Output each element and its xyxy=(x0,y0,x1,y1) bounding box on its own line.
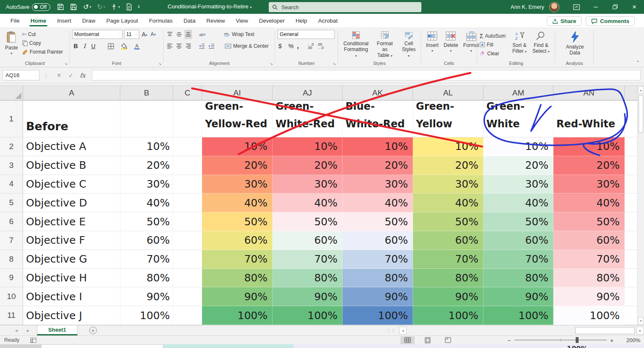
cell-blue_white_red-90%[interactable]: 90% xyxy=(343,287,413,306)
cell-empty-c[interactable] xyxy=(173,231,202,250)
cell-raw-value[interactable]: 80% xyxy=(120,269,173,288)
conditional-formatting-button[interactable]: ConditionalFormatting ▾ xyxy=(340,30,371,59)
number-format-select[interactable]: General▾ xyxy=(278,30,335,39)
scroll-right-button[interactable]: ▸ xyxy=(636,327,644,335)
cell-objective-label[interactable]: Objective G xyxy=(23,250,120,269)
accounting-format-button[interactable]: $ xyxy=(278,41,283,51)
macro-record-button[interactable] xyxy=(30,338,36,343)
cell-green_yellow_red-60%[interactable]: 60% xyxy=(202,231,273,250)
column-header-C[interactable]: C xyxy=(173,86,202,101)
row-number-8[interactable]: 8 xyxy=(0,250,23,269)
tab-page-layout[interactable]: Page Layout xyxy=(101,15,144,27)
cell-green_white-30%[interactable]: 30% xyxy=(483,175,553,194)
column-header-A[interactable]: A xyxy=(23,86,120,101)
cell-green_yellow-20%[interactable]: 20% xyxy=(413,156,483,175)
restore-button[interactable] xyxy=(605,0,625,14)
cell-blue_white_red-100%[interactable]: 100% xyxy=(343,306,413,325)
top-align-button[interactable] xyxy=(166,30,174,39)
scale-header-green_yellow_red[interactable]: Green-Yellow-Red xyxy=(202,101,273,137)
save-button[interactable] xyxy=(70,3,77,10)
cell-empty-c[interactable] xyxy=(173,306,202,325)
cell-before-title[interactable]: Before xyxy=(23,101,120,137)
close-button[interactable]: × xyxy=(625,0,644,14)
cell-green_white-80%[interactable]: 80% xyxy=(483,269,553,288)
cell-objective-label[interactable]: Objective B xyxy=(23,156,120,175)
autosave-toggle[interactable]: AutoSave Off xyxy=(6,3,50,11)
clear-button[interactable]: Clear▾ xyxy=(480,49,509,57)
increase-font-button[interactable]: A▴ xyxy=(141,30,148,39)
zoom-out-button[interactable]: − xyxy=(507,337,511,344)
cell-objective-label[interactable]: Objective J xyxy=(23,306,120,325)
tab-draw[interactable]: Draw xyxy=(77,15,101,27)
column-header-AM[interactable]: AM xyxy=(483,86,553,101)
cell-red_white-40%[interactable]: 40% xyxy=(553,193,625,212)
insert-function-button[interactable]: fx xyxy=(77,72,88,79)
underline-button[interactable]: U xyxy=(90,43,97,49)
row-number-4[interactable]: 4 xyxy=(0,175,23,194)
cell-red_white-30%[interactable]: 30% xyxy=(553,175,625,194)
scale-header-red_white[interactable]: Red-White xyxy=(553,101,625,137)
cell-green_yellow_red-50%[interactable]: 50% xyxy=(202,212,273,231)
cell-raw-value[interactable]: 40% xyxy=(120,193,173,212)
format-painter-button[interactable]: Format Painter xyxy=(22,48,63,56)
save-sync-button[interactable] xyxy=(57,3,64,10)
cell-red_white-80%[interactable]: 80% xyxy=(553,269,625,288)
undo-button[interactable]: ↺▾ xyxy=(83,3,91,11)
cell-green_yellow-80%[interactable]: 80% xyxy=(413,269,483,288)
cell-green_yellow_red-20%[interactable]: 20% xyxy=(202,156,273,175)
minimize-button[interactable] xyxy=(586,0,605,14)
normal-view-button[interactable] xyxy=(400,336,415,344)
decrease-font-button[interactable]: A▾ xyxy=(150,30,156,39)
italic-button[interactable]: I xyxy=(81,43,88,49)
vertical-scroll-thumb[interactable] xyxy=(639,95,643,133)
row-number-10[interactable]: 10 xyxy=(0,287,23,306)
cell-objective-label[interactable]: Objective E xyxy=(23,212,120,231)
collapse-ribbon-button[interactable]: ⌃ xyxy=(636,60,640,65)
decrease-indent-button[interactable] xyxy=(198,41,206,51)
cell-blue_white_red-80%[interactable]: 80% xyxy=(343,269,413,288)
underline-caret[interactable]: ▾ xyxy=(99,44,100,48)
cell-green_yellow-30%[interactable]: 30% xyxy=(413,175,483,194)
tab-help[interactable]: Help xyxy=(290,15,313,27)
horizontal-scroll-thumb[interactable] xyxy=(575,327,635,334)
cell-blue_white_red-10%[interactable]: 10% xyxy=(343,137,413,156)
search-input[interactable] xyxy=(280,4,418,11)
cell-green_yellow-60%[interactable]: 60% xyxy=(413,231,483,250)
cell-green_yellow-10%[interactable]: 10% xyxy=(413,137,483,156)
column-header-AJ[interactable]: AJ xyxy=(273,86,343,101)
cut-button[interactable]: ✄Cut xyxy=(22,31,63,39)
page-break-preview-button[interactable] xyxy=(441,336,455,344)
cell-red_white-70%[interactable]: 70% xyxy=(553,250,625,269)
font-dialog-launcher[interactable]: ↘ xyxy=(158,62,161,66)
cell-red_white-90%[interactable]: 90% xyxy=(553,287,625,306)
column-header-AI[interactable]: AI xyxy=(202,86,273,101)
font-size-select[interactable]: 11▾ xyxy=(124,30,139,39)
alignment-dialog-launcher[interactable]: ↘ xyxy=(270,62,273,66)
borders-button[interactable] xyxy=(107,41,115,51)
zoom-in-button[interactable]: + xyxy=(610,337,614,344)
cell-empty-c[interactable] xyxy=(173,250,202,269)
scale-header-green_white[interactable]: Green-White xyxy=(483,101,553,137)
cell-green_yellow-100%[interactable]: 100% xyxy=(413,306,483,325)
column-header-AN[interactable]: AN xyxy=(553,86,625,101)
cell-empty-c[interactable] xyxy=(173,156,202,175)
cell-green_yellow-90%[interactable]: 90% xyxy=(413,287,483,306)
number-dialog-launcher[interactable]: ↘ xyxy=(332,62,336,66)
cell-green_white-60%[interactable]: 60% xyxy=(483,231,553,250)
tab-developer[interactable]: Developer xyxy=(253,15,290,27)
cell-green_white-90%[interactable]: 90% xyxy=(483,287,553,306)
tab-data[interactable]: Data xyxy=(178,15,201,27)
cell-blue_white_red-40%[interactable]: 40% xyxy=(343,193,413,212)
cell-raw-value[interactable]: 30% xyxy=(120,175,173,194)
scrollbar-splitter[interactable]: ⋮⋮ xyxy=(387,328,396,333)
font-color-button[interactable]: A xyxy=(133,41,140,51)
cell-blue_white_red-30%[interactable]: 30% xyxy=(343,175,413,194)
cell-red_white-100%[interactable]: 100% xyxy=(553,306,625,325)
cell-raw-value[interactable]: 50% xyxy=(120,212,173,231)
cell-green_white_red-70%[interactable]: 70% xyxy=(273,250,343,269)
tab-insert[interactable]: Insert xyxy=(52,15,77,27)
cell-green_white_red-100%[interactable]: 100% xyxy=(273,306,343,325)
bottom-align-button[interactable] xyxy=(184,30,192,39)
cell-green_yellow_red-40%[interactable]: 40% xyxy=(202,193,273,212)
cell-green_yellow_red-80%[interactable]: 80% xyxy=(202,269,273,288)
